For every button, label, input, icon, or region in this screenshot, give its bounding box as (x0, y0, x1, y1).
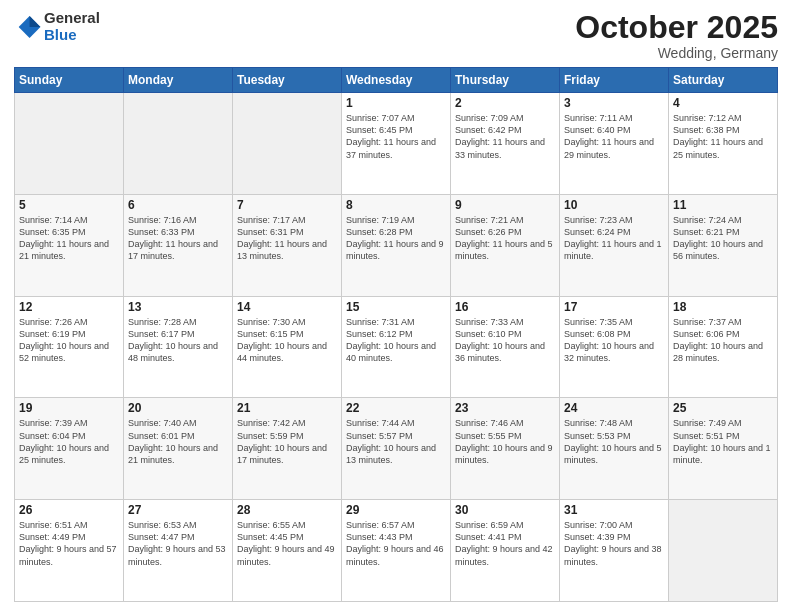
header: General Blue October 2025 Wedding, Germa… (14, 10, 778, 61)
cell-info: Sunrise: 7:49 AM Sunset: 5:51 PM Dayligh… (673, 417, 773, 466)
logo-text: General Blue (44, 10, 100, 43)
cell-info: Sunrise: 7:14 AM Sunset: 6:35 PM Dayligh… (19, 214, 119, 263)
table-row: 17Sunrise: 7:35 AM Sunset: 6:08 PM Dayli… (560, 296, 669, 398)
day-number: 31 (564, 503, 664, 517)
day-number: 27 (128, 503, 228, 517)
table-row (124, 93, 233, 195)
day-number: 5 (19, 198, 119, 212)
calendar-week-4: 19Sunrise: 7:39 AM Sunset: 6:04 PM Dayli… (15, 398, 778, 500)
table-row: 2Sunrise: 7:09 AM Sunset: 6:42 PM Daylig… (451, 93, 560, 195)
day-number: 18 (673, 300, 773, 314)
cell-info: Sunrise: 7:31 AM Sunset: 6:12 PM Dayligh… (346, 316, 446, 365)
day-number: 25 (673, 401, 773, 415)
cell-info: Sunrise: 7:16 AM Sunset: 6:33 PM Dayligh… (128, 214, 228, 263)
table-row: 5Sunrise: 7:14 AM Sunset: 6:35 PM Daylig… (15, 194, 124, 296)
day-number: 6 (128, 198, 228, 212)
table-row: 12Sunrise: 7:26 AM Sunset: 6:19 PM Dayli… (15, 296, 124, 398)
table-row: 19Sunrise: 7:39 AM Sunset: 6:04 PM Dayli… (15, 398, 124, 500)
cell-info: Sunrise: 7:33 AM Sunset: 6:10 PM Dayligh… (455, 316, 555, 365)
day-number: 30 (455, 503, 555, 517)
table-row: 22Sunrise: 7:44 AM Sunset: 5:57 PM Dayli… (342, 398, 451, 500)
cell-info: Sunrise: 7:40 AM Sunset: 6:01 PM Dayligh… (128, 417, 228, 466)
table-row: 24Sunrise: 7:48 AM Sunset: 5:53 PM Dayli… (560, 398, 669, 500)
calendar-week-2: 5Sunrise: 7:14 AM Sunset: 6:35 PM Daylig… (15, 194, 778, 296)
table-row (669, 500, 778, 602)
table-row: 11Sunrise: 7:24 AM Sunset: 6:21 PM Dayli… (669, 194, 778, 296)
cell-info: Sunrise: 7:44 AM Sunset: 5:57 PM Dayligh… (346, 417, 446, 466)
day-number: 28 (237, 503, 337, 517)
cell-info: Sunrise: 6:53 AM Sunset: 4:47 PM Dayligh… (128, 519, 228, 568)
cell-info: Sunrise: 7:30 AM Sunset: 6:15 PM Dayligh… (237, 316, 337, 365)
table-row: 30Sunrise: 6:59 AM Sunset: 4:41 PM Dayli… (451, 500, 560, 602)
calendar-week-1: 1Sunrise: 7:07 AM Sunset: 6:45 PM Daylig… (15, 93, 778, 195)
table-row: 27Sunrise: 6:53 AM Sunset: 4:47 PM Dayli… (124, 500, 233, 602)
day-number: 4 (673, 96, 773, 110)
generalblue-icon (14, 13, 42, 41)
title-block: October 2025 Wedding, Germany (575, 10, 778, 61)
day-number: 14 (237, 300, 337, 314)
logo-general-text: General (44, 10, 100, 27)
day-number: 11 (673, 198, 773, 212)
table-row: 25Sunrise: 7:49 AM Sunset: 5:51 PM Dayli… (669, 398, 778, 500)
table-row: 8Sunrise: 7:19 AM Sunset: 6:28 PM Daylig… (342, 194, 451, 296)
cell-info: Sunrise: 7:12 AM Sunset: 6:38 PM Dayligh… (673, 112, 773, 161)
table-row: 4Sunrise: 7:12 AM Sunset: 6:38 PM Daylig… (669, 93, 778, 195)
cell-info: Sunrise: 7:35 AM Sunset: 6:08 PM Dayligh… (564, 316, 664, 365)
header-tuesday: Tuesday (233, 68, 342, 93)
header-friday: Friday (560, 68, 669, 93)
logo-blue-text: Blue (44, 27, 100, 44)
calendar-header-row: Sunday Monday Tuesday Wednesday Thursday… (15, 68, 778, 93)
cell-info: Sunrise: 7:24 AM Sunset: 6:21 PM Dayligh… (673, 214, 773, 263)
page: General Blue October 2025 Wedding, Germa… (0, 0, 792, 612)
cell-info: Sunrise: 6:55 AM Sunset: 4:45 PM Dayligh… (237, 519, 337, 568)
cell-info: Sunrise: 6:59 AM Sunset: 4:41 PM Dayligh… (455, 519, 555, 568)
table-row: 6Sunrise: 7:16 AM Sunset: 6:33 PM Daylig… (124, 194, 233, 296)
cell-info: Sunrise: 7:23 AM Sunset: 6:24 PM Dayligh… (564, 214, 664, 263)
day-number: 29 (346, 503, 446, 517)
location-subtitle: Wedding, Germany (575, 45, 778, 61)
calendar-week-3: 12Sunrise: 7:26 AM Sunset: 6:19 PM Dayli… (15, 296, 778, 398)
day-number: 26 (19, 503, 119, 517)
cell-info: Sunrise: 6:57 AM Sunset: 4:43 PM Dayligh… (346, 519, 446, 568)
cell-info: Sunrise: 7:07 AM Sunset: 6:45 PM Dayligh… (346, 112, 446, 161)
table-row: 16Sunrise: 7:33 AM Sunset: 6:10 PM Dayli… (451, 296, 560, 398)
cell-info: Sunrise: 7:48 AM Sunset: 5:53 PM Dayligh… (564, 417, 664, 466)
day-number: 3 (564, 96, 664, 110)
day-number: 7 (237, 198, 337, 212)
logo: General Blue (14, 10, 100, 43)
table-row: 29Sunrise: 6:57 AM Sunset: 4:43 PM Dayli… (342, 500, 451, 602)
month-title: October 2025 (575, 10, 778, 45)
calendar-week-5: 26Sunrise: 6:51 AM Sunset: 4:49 PM Dayli… (15, 500, 778, 602)
table-row: 13Sunrise: 7:28 AM Sunset: 6:17 PM Dayli… (124, 296, 233, 398)
cell-info: Sunrise: 7:00 AM Sunset: 4:39 PM Dayligh… (564, 519, 664, 568)
day-number: 9 (455, 198, 555, 212)
header-monday: Monday (124, 68, 233, 93)
table-row: 18Sunrise: 7:37 AM Sunset: 6:06 PM Dayli… (669, 296, 778, 398)
table-row: 14Sunrise: 7:30 AM Sunset: 6:15 PM Dayli… (233, 296, 342, 398)
day-number: 10 (564, 198, 664, 212)
day-number: 1 (346, 96, 446, 110)
header-sunday: Sunday (15, 68, 124, 93)
table-row: 15Sunrise: 7:31 AM Sunset: 6:12 PM Dayli… (342, 296, 451, 398)
table-row: 7Sunrise: 7:17 AM Sunset: 6:31 PM Daylig… (233, 194, 342, 296)
cell-info: Sunrise: 7:09 AM Sunset: 6:42 PM Dayligh… (455, 112, 555, 161)
day-number: 17 (564, 300, 664, 314)
day-number: 20 (128, 401, 228, 415)
day-number: 19 (19, 401, 119, 415)
cell-info: Sunrise: 7:39 AM Sunset: 6:04 PM Dayligh… (19, 417, 119, 466)
table-row: 3Sunrise: 7:11 AM Sunset: 6:40 PM Daylig… (560, 93, 669, 195)
day-number: 24 (564, 401, 664, 415)
header-thursday: Thursday (451, 68, 560, 93)
table-row: 28Sunrise: 6:55 AM Sunset: 4:45 PM Dayli… (233, 500, 342, 602)
table-row (15, 93, 124, 195)
table-row: 21Sunrise: 7:42 AM Sunset: 5:59 PM Dayli… (233, 398, 342, 500)
day-number: 8 (346, 198, 446, 212)
cell-info: Sunrise: 7:17 AM Sunset: 6:31 PM Dayligh… (237, 214, 337, 263)
cell-info: Sunrise: 7:11 AM Sunset: 6:40 PM Dayligh… (564, 112, 664, 161)
day-number: 13 (128, 300, 228, 314)
calendar-table: Sunday Monday Tuesday Wednesday Thursday… (14, 67, 778, 602)
cell-info: Sunrise: 7:46 AM Sunset: 5:55 PM Dayligh… (455, 417, 555, 466)
table-row: 26Sunrise: 6:51 AM Sunset: 4:49 PM Dayli… (15, 500, 124, 602)
cell-info: Sunrise: 7:37 AM Sunset: 6:06 PM Dayligh… (673, 316, 773, 365)
cell-info: Sunrise: 7:42 AM Sunset: 5:59 PM Dayligh… (237, 417, 337, 466)
